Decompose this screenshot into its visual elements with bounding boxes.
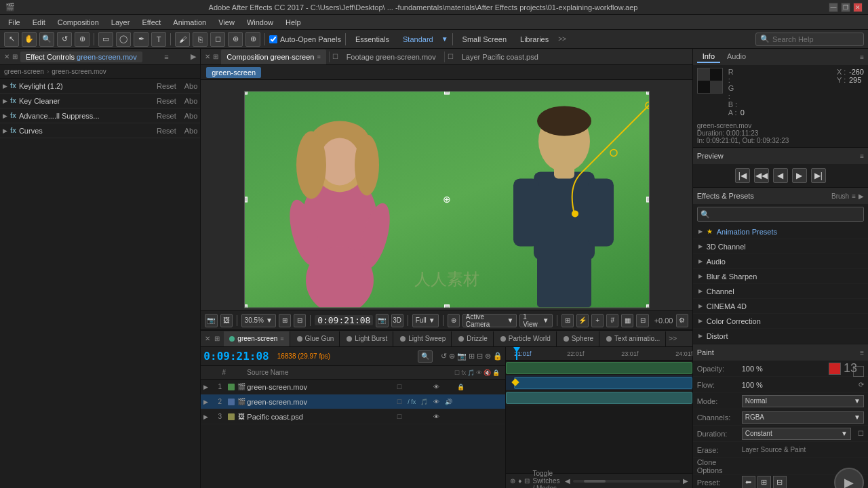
layer3-expand[interactable]: ▶ [203,413,213,420]
layer2-sw-audio[interactable]: 🎵 [418,396,429,407]
roto-tool[interactable]: ⊛ [228,32,243,47]
view-mode-btn[interactable]: ⊕ [448,314,460,327]
tl-nav-right[interactable]: ▶ [683,477,688,485]
timeline-tab-green-screen[interactable]: green-screen ≡ [224,331,290,346]
layer2-sw-lock[interactable] [455,396,466,407]
menu-window[interactable]: Window [241,17,279,28]
pixel-btn[interactable]: ⊟ [294,314,306,327]
effects-expand-btn[interactable]: ▶ [859,192,864,200]
tabs-more-icon[interactable]: >> [669,335,677,342]
viewer-settings-btn[interactable]: ⚙ [676,314,688,327]
move-tool[interactable]: ✋ [22,32,37,47]
layer3-sw-solo[interactable]: ☐ [394,411,405,422]
auto-open-panels-check[interactable]: Auto-Open Panels [269,35,341,43]
puppet-tool[interactable]: ⊕ [245,32,260,47]
preview-play-back-btn[interactable]: ◀ [773,168,788,183]
effects-menu-btn[interactable]: ≡ [852,192,856,200]
mask-ellipse-tool[interactable]: ◯ [116,32,131,47]
mask-rect-tool[interactable]: ▭ [98,32,113,47]
tl-foot-icon-1[interactable]: ⊕ [510,477,515,485]
comp-canvas[interactable]: ⊕ 人人素材 [201,80,692,310]
workspace-standard[interactable]: Standard [397,34,439,45]
advanced-abo[interactable]: Abo [184,112,198,120]
keylight-reset[interactable]: Reset [157,82,176,90]
layer3-sw-fx[interactable] [406,411,417,422]
keylight-abo[interactable]: Abo [184,82,198,90]
workspace-libraries[interactable]: Libraries [515,34,554,45]
timeline-close[interactable]: ✕ [205,335,210,342]
effects-brush-label[interactable]: Brush [831,192,849,200]
restore-button[interactable]: ❐ [841,3,850,12]
timeline-ctrl-3[interactable]: 📷 [457,352,467,361]
menu-view[interactable]: View [213,17,240,28]
layer3-sw-vis[interactable]: 👁 [431,411,441,422]
timeline-tab-text[interactable]: Text animatio... [601,331,666,346]
layer1-sw-fx[interactable] [406,382,417,392]
timeline-tab-light-sweep[interactable]: Light Sweep [395,331,452,346]
zoom-dropdown[interactable]: 30.5% ▼ [241,314,276,327]
clone-stamp-tool[interactable]: ⎘ [193,32,208,47]
layer3-sw-lock[interactable] [455,411,466,422]
tl-foot-icon-3[interactable]: ⊟ [524,477,530,485]
viewer-timecode[interactable]: 0:09:21:08 [315,315,373,325]
camera-btn[interactable]: 📷 [376,314,388,327]
timeline-ctrl-6[interactable]: ⊛ [485,352,491,361]
preview-step-back-btn[interactable]: ◀◀ [754,168,769,183]
effects-item-animation[interactable]: ▶ ★ Animation Presets [693,224,868,239]
preview-menu-btn[interactable]: ≡ [860,152,864,160]
layer1-sw-audio[interactable] [418,382,429,392]
layer2-sw-vis[interactable]: 👁 [431,396,441,407]
breadcrumb-root[interactable]: green-screen [4,68,44,75]
pixel-aspect-btn[interactable]: ⊟ [636,314,648,327]
show-grid-btn[interactable]: # [606,314,618,327]
tab-menu-0[interactable]: ≡ [280,336,283,342]
menu-effect[interactable]: Effect [136,17,166,28]
layer2-sw-solo[interactable]: ☐ [394,396,405,407]
menu-composition[interactable]: Composition [52,17,104,28]
effects-item-blur[interactable]: ▶ Blur & Sharpen [693,269,868,284]
eraser-tool[interactable]: ◻ [210,32,225,47]
layer1-sw-lock[interactable]: 🔒 [455,382,466,392]
quality-dropdown[interactable]: Full ▼ [412,314,439,327]
info-menu-btn[interactable]: ≡ [860,54,864,61]
menu-file[interactable]: File [3,17,26,28]
layer1-sw-mute[interactable] [443,382,454,392]
fg-color-swatch[interactable] [829,363,841,375]
timeline-ctrl-7[interactable]: 🔒 [493,352,502,361]
effects-item-3dchannel[interactable]: ▶ 3D Channel [693,239,868,254]
effects-item-distort[interactable]: ▶ Distort [693,329,868,344]
render-btn[interactable]: ⊞ [561,314,574,327]
effects-item-color[interactable]: ▶ Color Correction [693,314,868,329]
zoom-tool[interactable]: 🔍 [39,32,54,47]
track-bar-3[interactable] [506,392,692,404]
show-snapshot-btn[interactable]: 🖼 [220,314,233,327]
layer-row-3[interactable]: ▶ 3 🖼 Pacific coast.psd ☐ 👁 [201,409,505,424]
layer-row-1[interactable]: ▶ 1 🎬 green-screen.mov ☐ 👁 🔒 [201,380,505,394]
transparency-btn[interactable]: ▦ [621,314,633,327]
camera-tool[interactable]: ⊕ [75,32,90,47]
layer1-expand[interactable]: ▶ [203,384,213,390]
viewer-tab-footage[interactable]: Footage green-screen.mov [341,49,441,64]
preset-btn-1[interactable]: ⬅ [742,476,755,489]
curves-reset[interactable]: Reset [157,127,176,135]
timeline-ctrl-1[interactable]: ↺ [441,352,447,361]
viewer-tab-menu[interactable]: ≡ [317,54,320,60]
search-help-input[interactable] [772,35,866,43]
viewer-close[interactable]: ✕ [205,53,210,60]
timeline-ctrl-2[interactable]: ⊕ [449,352,455,361]
timeline-scrollbar[interactable] [573,480,679,483]
mode-dropdown[interactable]: Normal ▼ [742,395,864,407]
viewer-tab-layer[interactable]: Layer Pacific coast.psd [456,49,544,64]
auto-open-checkbox[interactable] [269,35,277,43]
effects-item-cinema4d[interactable]: ▶ CINEMA 4D [693,299,868,314]
layer2-sw-mute[interactable]: 🔊 [443,396,454,407]
preview-first-btn[interactable]: |◀ [735,168,750,183]
menu-layer[interactable]: Layer [106,17,136,28]
workspace-menu-icon[interactable]: ▼ [441,35,448,43]
timeline-tab-light-burst[interactable]: Light Burst [341,331,393,346]
timeline-ctrl-5[interactable]: ⊟ [477,352,483,361]
keylight-expand[interactable]: ▶ [3,83,7,89]
curves-expand[interactable]: ▶ [3,127,7,134]
menu-animation[interactable]: Animation [167,17,212,28]
show-guides-btn[interactable]: + [591,314,604,327]
